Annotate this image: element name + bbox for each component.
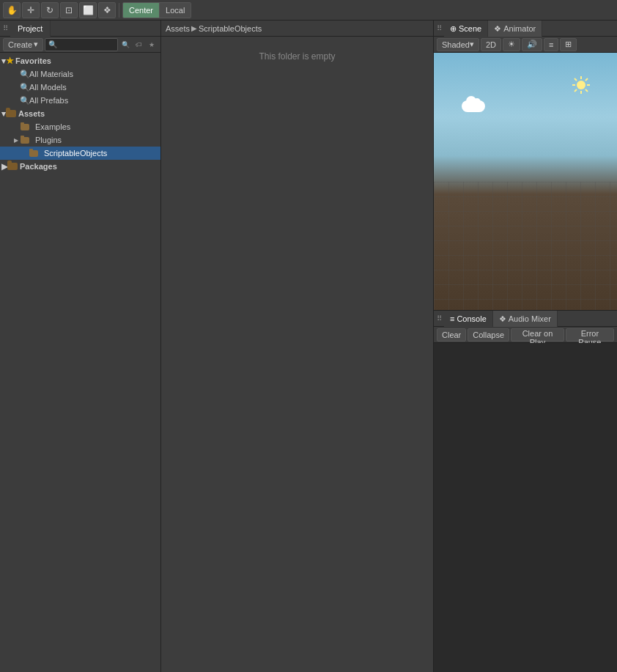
packages-section[interactable]: ▶ Packages [0, 160, 160, 173]
local-toggle-button[interactable]: Local [160, 3, 191, 18]
search-input[interactable] [59, 40, 114, 49]
folder-content-area[interactable]: This folder is empty [161, 37, 433, 672]
animator-tab[interactable]: ❖ Animator [488, 21, 542, 37]
assets-section[interactable]: ▾ Assets [0, 107, 160, 120]
rect-tool-button[interactable]: ⬜ [79, 2, 97, 18]
svg-line-6 [585, 89, 588, 92]
scene-tab-icon: ⊕ [450, 21, 457, 37]
examples-item[interactable]: Examples [0, 120, 160, 133]
2d-button[interactable]: 2D [481, 38, 501, 51]
plugins-item[interactable]: ▶ Plugins [0, 133, 160, 147]
panel-drag-handle[interactable]: ⠿ [0, 23, 10, 34]
scene-tab[interactable]: ⊕ Scene [444, 21, 488, 37]
search-extra-icon[interactable]: ★ [146, 39, 158, 51]
examples-folder-icon [21, 122, 31, 131]
scene-tab-bar: ⠿ ⊕ Scene ❖ Animator [434, 21, 617, 37]
multi-tool-button[interactable]: ❖ [98, 2, 116, 18]
clear-button[interactable]: Clear [437, 328, 466, 341]
shaded-dropdown[interactable]: Shaded ▾ [437, 38, 479, 51]
move-tool-button[interactable]: ✛ [22, 2, 40, 18]
console-tab-icon: ≡ [450, 311, 454, 327]
console-content [434, 343, 617, 672]
svg-line-5 [574, 78, 577, 81]
scene-tab-label: Scene [459, 21, 481, 37]
console-toolbar: Clear Collapse Clear on Play Error Pause [434, 327, 617, 343]
right-panel: ⠿ ⊕ Scene ❖ Animator Shaded ▾ 2D ☀ 🔊 [434, 21, 617, 672]
center-toggle-button[interactable]: Center [123, 3, 160, 18]
lighting-button[interactable]: ☀ [503, 38, 520, 51]
all-materials-search-icon: 🔍 [21, 70, 29, 78]
all-prefabs-label: All Prefabs [29, 96, 160, 105]
svg-line-8 [574, 89, 577, 92]
spacer [12, 122, 21, 131]
svg-line-7 [585, 78, 588, 81]
all-models-item[interactable]: 🔍 All Models [0, 81, 160, 94]
favorites-star-icon: ★ [6, 56, 14, 66]
project-tree: ▾ ★ Favorites 🔍 All Materials 🔍 All Mode… [0, 53, 160, 672]
assets-folder-icon [6, 110, 16, 117]
all-materials-label: All Materials [29, 70, 160, 78]
scriptable-objects-label: ScriptableObjects [44, 149, 160, 158]
error-pause-button[interactable]: Error Pause [566, 328, 614, 341]
favorites-section[interactable]: ▾ ★ Favorites [0, 54, 160, 67]
plugins-label: Plugins [35, 136, 160, 144]
toolbar-separator-1 [119, 3, 119, 18]
breadcrumb-separator: ▶ [191, 24, 197, 32]
create-label: Create [8, 40, 32, 49]
scene-sun [571, 75, 591, 95]
shaded-label: Shaded [442, 40, 470, 49]
search-icon: 🔍 [48, 40, 57, 48]
audio-button[interactable]: 🔊 [522, 38, 542, 51]
breadcrumb-child[interactable]: ScriptableObjects [199, 24, 262, 33]
audio-mixer-tab[interactable]: ❖ Audio Mixer [493, 311, 558, 327]
animator-tab-icon: ❖ [494, 21, 501, 37]
center-local-toggle: Center Local [122, 2, 191, 18]
plugins-arrow: ▶ [12, 136, 21, 144]
console-tab-bar: ⠿ ≡ Console ❖ Audio Mixer [434, 311, 617, 327]
audio-mixer-tab-icon: ❖ [499, 311, 506, 327]
sun-icon [571, 75, 591, 95]
all-materials-item[interactable]: 🔍 All Materials [0, 67, 160, 81]
clear-on-play-button[interactable]: Clear on Play [511, 328, 564, 341]
scriptable-objects-item[interactable]: ScriptableObjects [0, 147, 160, 160]
fx-button[interactable]: ≡ [544, 38, 558, 51]
audio-mixer-tab-label: Audio Mixer [509, 311, 551, 327]
collapse-button[interactable]: Collapse [468, 328, 509, 341]
examples-label: Examples [35, 122, 160, 131]
console-panel: ⠿ ≡ Console ❖ Audio Mixer Clear Collapse… [434, 310, 617, 672]
packages-arrow: ▶ [1, 162, 7, 171]
packages-folder-icon [7, 163, 18, 170]
console-panel-drag-handle[interactable]: ⠿ [434, 314, 444, 324]
search-label-icon[interactable]: 🏷 [133, 39, 144, 51]
project-tab[interactable]: Project [10, 21, 51, 37]
animator-tab-label: Animator [503, 21, 536, 37]
search-bar[interactable]: 🔍 [45, 38, 118, 51]
shaded-dropdown-icon: ▾ [470, 40, 474, 49]
create-button[interactable]: Create ▾ [3, 38, 43, 51]
breadcrumb: Assets ▶ ScriptableObjects [161, 21, 433, 37]
console-tab-label: Console [457, 311, 486, 327]
assets-label: Assets [18, 109, 45, 118]
scene-cloud [462, 100, 485, 112]
scene-view[interactable] [434, 53, 617, 310]
scene-panel-drag-handle[interactable]: ⠿ [434, 23, 444, 34]
scene-animator-panel: ⠿ ⊕ Scene ❖ Animator Shaded ▾ 2D ☀ 🔊 [434, 21, 617, 310]
hand-tool-button[interactable]: ✋ [3, 2, 21, 18]
all-prefabs-item[interactable]: 🔍 All Prefabs [0, 94, 160, 107]
top-toolbar: ✋ ✛ ↻ ⊡ ⬜ ❖ Center Local [0, 0, 617, 21]
gizmos-button[interactable]: ⊞ [560, 38, 577, 51]
breadcrumb-root[interactable]: Assets [166, 24, 190, 33]
all-prefabs-search-icon: 🔍 [21, 96, 29, 105]
scriptable-objects-folder-icon [29, 149, 40, 158]
plugins-folder-icon [21, 136, 31, 144]
search-filter-icon[interactable]: 🔍 [119, 39, 131, 51]
scale-tool-button[interactable]: ⊡ [60, 2, 78, 18]
content-panel: Assets ▶ ScriptableObjects This folder i… [161, 21, 434, 672]
svg-point-0 [577, 81, 585, 89]
rotate-tool-button[interactable]: ↻ [41, 2, 59, 18]
console-tab[interactable]: ≡ Console [444, 311, 493, 327]
all-models-label: All Models [29, 83, 160, 92]
scene-toolbar: Shaded ▾ 2D ☀ 🔊 ≡ ⊞ [434, 37, 617, 53]
spacer [21, 149, 29, 158]
project-tab-bar: ⠿ Project [0, 21, 160, 37]
